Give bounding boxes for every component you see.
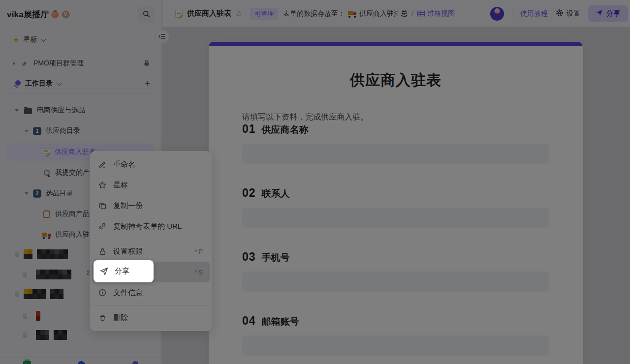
app-window: vika展播厅 V ★ 星标 PMO项目群管理 工作目录 + <box>0 0 630 364</box>
spotlight-share-label: 分享 <box>115 267 129 276</box>
dim-overlay <box>0 0 630 364</box>
send-icon <box>99 267 108 276</box>
spotlight-share-item[interactable]: 分享 <box>94 260 154 282</box>
